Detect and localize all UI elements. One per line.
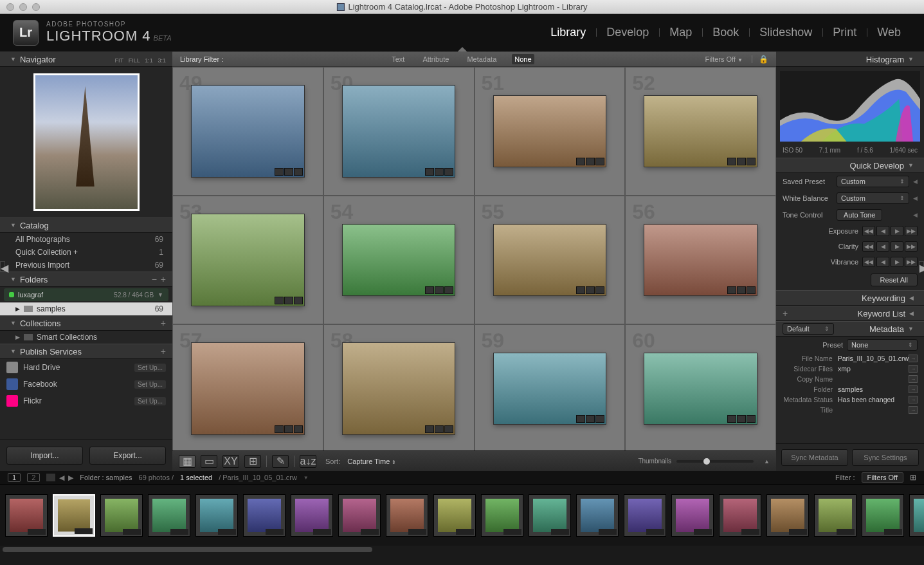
publish-service[interactable]: FacebookSet Up... bbox=[0, 376, 172, 393]
filmstrip-thumb[interactable] bbox=[291, 494, 333, 537]
next-icon[interactable]: ▶ bbox=[68, 474, 73, 482]
reset-all-button[interactable]: Reset All bbox=[871, 273, 918, 286]
filmstrip-thumb[interactable] bbox=[195, 494, 238, 537]
dec-button[interactable]: ◀ bbox=[876, 241, 889, 252]
grid-cell[interactable]: 49 bbox=[172, 67, 323, 196]
collection-item[interactable]: ▶ Smart Collections bbox=[0, 331, 172, 344]
dec-large-button[interactable]: ◀◀ bbox=[862, 257, 875, 267]
filmstrip-thumb[interactable] bbox=[100, 494, 143, 537]
thumbnail-size-slider[interactable] bbox=[676, 460, 754, 463]
chevron-left-icon[interactable]: ◀ bbox=[913, 178, 918, 185]
filmstrip-scrollbar[interactable] bbox=[0, 546, 924, 553]
window-1-button[interactable]: 1 bbox=[8, 473, 21, 482]
grid-cell[interactable]: 54 bbox=[323, 196, 475, 324]
filmstrip-thumb[interactable] bbox=[5, 494, 48, 537]
window-2-button[interactable]: 2 bbox=[27, 473, 40, 482]
folders-header[interactable]: ▼ Folders − + bbox=[0, 272, 172, 287]
folder-path[interactable]: Folder : samples bbox=[80, 474, 132, 481]
export-button[interactable]: Export... bbox=[89, 447, 166, 465]
grid-cell[interactable]: 55 bbox=[475, 196, 626, 324]
metadata-value[interactable]: Paris_III_10_05_01.crw bbox=[838, 355, 909, 362]
sync-settings-button[interactable]: Sync Settings bbox=[852, 449, 919, 466]
publish-header[interactable]: ▼ Publish Services + bbox=[0, 344, 172, 359]
grid-cell[interactable]: 59 bbox=[475, 324, 626, 450]
chevron-left-icon[interactable]: ◀ bbox=[913, 212, 918, 218]
chevron-left-icon[interactable]: ◀ bbox=[913, 195, 918, 201]
filmstrip-thumb[interactable] bbox=[433, 494, 476, 537]
plus-icon[interactable]: + bbox=[783, 308, 788, 319]
right-edge-handle-icon[interactable]: ▶ bbox=[919, 261, 924, 272]
metadata-set-dropdown[interactable]: Default bbox=[783, 323, 834, 335]
module-map[interactable]: Map bbox=[659, 26, 702, 39]
publish-service[interactable]: Hard DriveSet Up... bbox=[0, 359, 172, 376]
navigator-header[interactable]: ▼ Navigator FIT FILL 1:1 3:1 bbox=[0, 51, 172, 67]
grid-cell[interactable]: 53 bbox=[172, 196, 323, 324]
publish-service[interactable]: FlickrSet Up... bbox=[0, 393, 172, 409]
goto-icon[interactable]: → bbox=[909, 375, 918, 383]
filter-preset-dropdown[interactable]: Filters Off bbox=[862, 472, 903, 483]
metadata-value[interactable]: xmp bbox=[838, 365, 909, 373]
filter-attribute[interactable]: Attribute bbox=[420, 54, 451, 64]
metadata-header[interactable]: Default Metadata▼ bbox=[776, 321, 924, 337]
inc-button[interactable]: ▶ bbox=[891, 226, 903, 236]
grid-icon[interactable] bbox=[46, 474, 55, 481]
quick-develop-header[interactable]: Quick Develop▼ bbox=[776, 158, 924, 173]
metadata-value[interactable]: Has been changed bbox=[838, 396, 909, 403]
dec-button[interactable]: ◀ bbox=[876, 257, 889, 267]
left-edge-handle-icon[interactable]: ◀ bbox=[0, 261, 5, 272]
survey-view-icon[interactable]: ⊞ bbox=[244, 455, 261, 468]
volume-row[interactable]: luxagraf 52.8 / 464 GB ▼ bbox=[4, 288, 168, 301]
histogram-header[interactable]: Histogram▼ bbox=[776, 51, 924, 67]
keyword-list-header[interactable]: + Keyword List◀ bbox=[776, 306, 924, 321]
metadata-preset-dropdown[interactable]: None bbox=[847, 339, 918, 351]
module-print[interactable]: Print bbox=[822, 26, 867, 39]
grid-cell[interactable]: 56 bbox=[625, 196, 776, 324]
setup-button[interactable]: Set Up... bbox=[134, 397, 166, 405]
filmstrip-thumb[interactable] bbox=[624, 494, 666, 537]
filmstrip-thumb[interactable] bbox=[53, 494, 95, 537]
filmstrip-thumb[interactable] bbox=[338, 494, 381, 537]
filmstrip-thumb[interactable] bbox=[576, 494, 619, 537]
sort-dropdown[interactable]: Capture Time ⇕ bbox=[347, 458, 396, 465]
filter-metadata[interactable]: Metadata bbox=[464, 54, 499, 64]
module-slideshow[interactable]: Slideshow bbox=[749, 26, 822, 39]
metadata-value[interactable]: samples bbox=[838, 385, 909, 393]
filter-lock-icon[interactable]: ⊞ bbox=[910, 473, 916, 482]
module-book[interactable]: Book bbox=[702, 26, 749, 39]
setup-button[interactable]: Set Up... bbox=[134, 364, 166, 372]
goto-icon[interactable]: → bbox=[909, 355, 918, 362]
goto-icon[interactable]: → bbox=[909, 365, 918, 373]
module-web[interactable]: Web bbox=[867, 26, 911, 39]
navigator-preview[interactable] bbox=[0, 67, 172, 218]
catalog-item[interactable]: Previous Import69 bbox=[0, 259, 172, 272]
goto-icon[interactable]: → bbox=[909, 406, 918, 414]
inc-large-button[interactable]: ▶▶ bbox=[905, 241, 918, 252]
dec-large-button[interactable]: ◀◀ bbox=[862, 226, 875, 236]
filmstrip-thumb[interactable] bbox=[909, 494, 924, 537]
saved-preset-dropdown[interactable]: Custom bbox=[837, 176, 909, 187]
plus-icon[interactable]: + bbox=[161, 346, 166, 357]
lock-icon[interactable]: 🔒 bbox=[759, 55, 768, 64]
auto-tone-button[interactable]: Auto Tone bbox=[837, 209, 882, 221]
catalog-item[interactable]: All Photographs69 bbox=[0, 233, 172, 246]
catalog-header[interactable]: ▼ Catalog bbox=[0, 218, 172, 233]
navigator-zoom-modes[interactable]: FIT FILL 1:1 3:1 bbox=[113, 55, 166, 64]
filmstrip-thumb[interactable] bbox=[719, 494, 761, 537]
filter-text[interactable]: Text bbox=[389, 54, 407, 64]
collections-header[interactable]: ▼ Collections + bbox=[0, 315, 172, 331]
grid-cell[interactable]: 58 bbox=[323, 324, 475, 450]
filters-off-toggle[interactable]: Filters Off ▼ bbox=[703, 54, 745, 64]
filmstrip-thumb[interactable] bbox=[814, 494, 856, 537]
dec-large-button[interactable]: ◀◀ bbox=[862, 241, 875, 252]
grid-cell[interactable]: 52 bbox=[625, 67, 776, 196]
grid-cell[interactable]: 50 bbox=[323, 67, 475, 196]
filmstrip-thumb[interactable] bbox=[243, 494, 285, 537]
grid-cell[interactable]: 51 bbox=[475, 67, 626, 196]
filter-none[interactable]: None bbox=[512, 54, 534, 64]
minimize-window-icon[interactable] bbox=[19, 3, 27, 11]
grid-cell[interactable]: 57 bbox=[172, 324, 323, 450]
filmstrip-thumb[interactable] bbox=[529, 494, 571, 537]
module-develop[interactable]: Develop bbox=[596, 26, 659, 39]
filmstrip-thumb[interactable] bbox=[671, 494, 714, 537]
white-balance-dropdown[interactable]: Custom bbox=[837, 192, 909, 204]
